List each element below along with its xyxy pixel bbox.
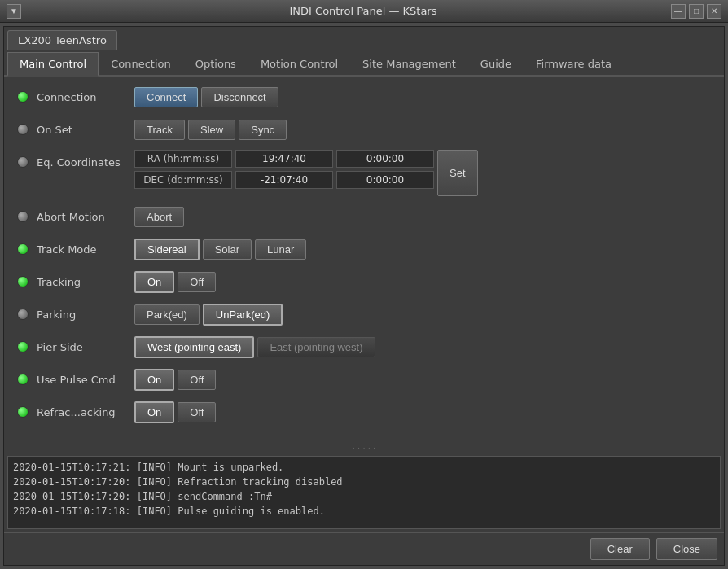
content-area: Connection Connect Disconnect On Set Tra… <box>4 77 724 443</box>
track-button[interactable]: Track <box>134 120 185 140</box>
abort-motion-row: Abort Motion Abort <box>17 204 711 229</box>
pier-side-row: Pier Side West (pointing east) East (poi… <box>17 335 711 359</box>
sync-button[interactable]: Sync <box>239 120 287 140</box>
connection-row: Connection Connect Disconnect <box>17 85 711 109</box>
use-pulse-cmd-row: Use Pulse Cmd On Off <box>17 367 711 392</box>
sidereal-button[interactable]: Sidereal <box>134 239 200 260</box>
track-mode-label: Track Mode <box>37 243 134 256</box>
east-pointing-west-button: East (pointing west) <box>257 337 375 357</box>
use-pulse-cmd-indicator <box>17 374 29 385</box>
tab-site-management[interactable]: Site Management <box>350 52 468 75</box>
maximize-button[interactable]: □ <box>689 4 704 19</box>
abort-motion-indicator <box>17 211 29 222</box>
dec-label: DEC (dd:mm:ss) <box>134 171 232 189</box>
lunar-button[interactable]: Lunar <box>255 239 306 260</box>
pulse-cmd-off-button[interactable]: Off <box>178 370 216 390</box>
log-line-2: 2020-01-15T10:17:20: [INFO] Refraction t… <box>13 475 715 489</box>
parking-row: Parking Park(ed) UnPark(ed) <box>17 302 711 326</box>
dec-target-value[interactable]: 0:00:00 <box>336 171 434 189</box>
tracking-indicator <box>17 276 29 287</box>
title-bar: ▼ INDI Control Panel — KStars — □ ✕ <box>0 0 728 23</box>
window-menu-button[interactable]: ▼ <box>7 4 21 19</box>
west-pointing-east-button[interactable]: West (pointing east) <box>134 336 254 358</box>
tab-guide[interactable]: Guide <box>468 52 524 75</box>
tab-firmware-data[interactable]: Firmware data <box>524 52 624 75</box>
parking-indicator <box>17 309 29 320</box>
tracking-row: Tracking On Off <box>17 269 711 294</box>
abort-motion-label: Abort Motion <box>37 211 134 223</box>
eq-coordinates-indicator <box>17 156 29 168</box>
connect-button[interactable]: Connect <box>134 87 198 107</box>
ra-current-value: 19:47:40 <box>235 150 333 168</box>
tab-motion-control[interactable]: Motion Control <box>248 52 350 75</box>
window-title: INDI Control Panel — KStars <box>55 5 671 17</box>
main-window: LX200 TeenAstro Main Control Connection … <box>3 26 725 566</box>
log-line-1: 2020-01-15T10:17:21: [INFO] Mount is unp… <box>13 460 715 475</box>
pier-side-label: Pier Side <box>37 341 134 353</box>
ra-target-value[interactable]: 0:00:00 <box>336 150 434 168</box>
tracking-label: Tracking <box>37 276 134 288</box>
use-pulse-cmd-label: Use Pulse Cmd <box>37 374 134 386</box>
eq-coordinates-label: Eq. Coordinates <box>37 156 134 169</box>
on-set-label: On Set <box>37 124 134 136</box>
close-window-button[interactable]: ✕ <box>707 4 721 19</box>
refrac-acking-row: Refrac...acking On Off <box>17 400 711 424</box>
unpark-button[interactable]: UnPark(ed) <box>203 304 283 326</box>
pulse-cmd-on-button[interactable]: On <box>134 369 174 391</box>
tracking-on-button[interactable]: On <box>134 271 174 293</box>
log-line-3: 2020-01-15T10:17:20: [INFO] sendCommand … <box>13 489 715 504</box>
refrac-off-button[interactable]: Off <box>178 402 216 422</box>
tab-bar: Main Control Connection Options Motion C… <box>4 50 724 77</box>
set-button[interactable]: Set <box>437 150 478 196</box>
connection-indicator <box>17 91 29 103</box>
dec-current-value: -21:07:40 <box>235 171 333 189</box>
close-button[interactable]: Close <box>656 538 717 560</box>
minimize-button[interactable]: — <box>671 4 686 19</box>
refrac-acking-indicator <box>17 406 29 418</box>
log-line-4: 2020-01-15T10:17:18: [INFO] Pulse guidin… <box>13 504 715 519</box>
abort-button[interactable]: Abort <box>134 207 184 227</box>
disconnect-button[interactable]: Disconnect <box>201 87 278 107</box>
connection-label: Connection <box>37 91 134 103</box>
refrac-on-button[interactable]: On <box>134 401 174 423</box>
slew-button[interactable]: Slew <box>188 120 235 140</box>
on-set-indicator <box>17 124 29 135</box>
track-mode-indicator <box>17 243 29 255</box>
pier-side-indicator <box>17 341 29 352</box>
ra-label: RA (hh:mm:ss) <box>134 150 232 168</box>
resize-handle[interactable]: · · · · · <box>4 444 724 451</box>
park-button[interactable]: Park(ed) <box>134 304 200 325</box>
track-mode-row: Track Mode Sidereal Solar Lunar <box>17 237 711 261</box>
device-tab-lx200[interactable]: LX200 TeenAstro <box>7 30 117 50</box>
solar-button[interactable]: Solar <box>203 239 252 260</box>
dec-row: DEC (dd:mm:ss) -21:07:40 0:00:00 <box>134 171 434 189</box>
tracking-off-button[interactable]: Off <box>178 272 216 292</box>
tab-connection[interactable]: Connection <box>99 52 183 75</box>
tab-main-control[interactable]: Main Control <box>7 52 99 77</box>
coordinates-group: RA (hh:mm:ss) 19:47:40 0:00:00 DEC (dd:m… <box>134 150 434 189</box>
clear-button[interactable]: Clear <box>590 538 650 560</box>
log-area[interactable]: 2020-01-15T10:17:21: [INFO] Mount is unp… <box>7 456 721 529</box>
parking-label: Parking <box>37 309 134 321</box>
ra-row: RA (hh:mm:ss) 19:47:40 0:00:00 <box>134 150 434 168</box>
tab-options[interactable]: Options <box>183 52 248 75</box>
eq-coordinates-row: Eq. Coordinates RA (hh:mm:ss) 19:47:40 0… <box>17 150 711 196</box>
device-tab-bar: LX200 TeenAstro <box>4 27 724 50</box>
bottom-bar: Clear Close <box>4 532 724 565</box>
refrac-acking-label: Refrac...acking <box>37 406 134 418</box>
on-set-row: On Set Track Slew Sync <box>17 117 711 142</box>
